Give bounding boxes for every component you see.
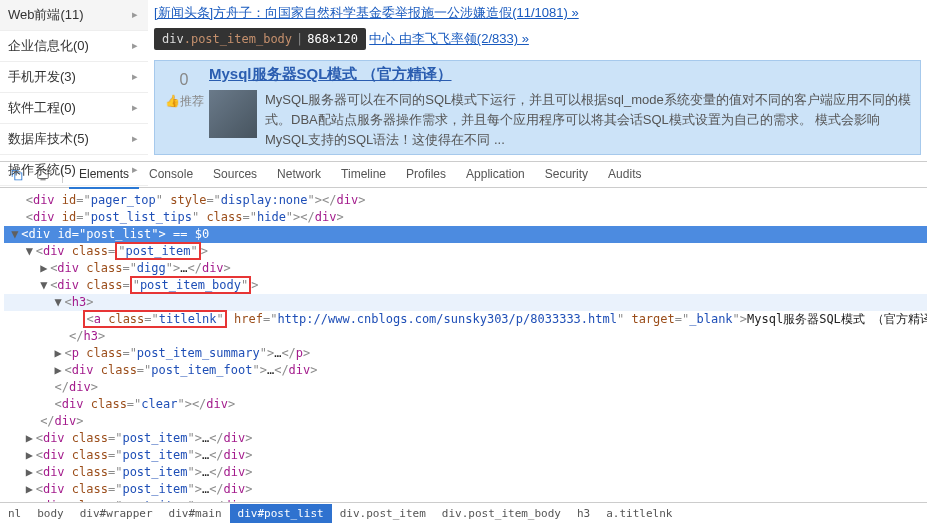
avatar[interactable] <box>209 90 257 138</box>
sidebar-item[interactable]: Web前端(11)▸ <box>0 0 148 31</box>
selected-marker: == $0 <box>166 227 209 241</box>
dom-line[interactable]: ▶<div class="post_item">…</div> <box>4 481 927 498</box>
highlight-box: "post_item_body" <box>130 276 252 294</box>
breadcrumb: nl body div#wrapper div#main div#post_li… <box>0 502 927 523</box>
tooltip-class: .post_item_body <box>184 32 292 46</box>
crumb[interactable]: nl <box>0 504 29 523</box>
news-link-1[interactable]: [新闻头条]方舟子：向国家自然科学基金委举报施一公涉嫌造假(11/1081) » <box>154 5 579 20</box>
dom-line[interactable]: </div> <box>4 379 927 396</box>
dom-line[interactable]: ▶<div class="post_item">…</div> <box>4 464 927 481</box>
tab-sources[interactable]: Sources <box>203 161 267 189</box>
post-summary: MySQL服务器可以在不同的SQL模式下运行，并且可以根据sql_mode系统变… <box>265 90 916 150</box>
devtools: Elements Console Sources Network Timelin… <box>0 162 927 523</box>
highlight-box: <a class="titlelnk" <box>83 310 226 328</box>
elements-panel[interactable]: <div id="pager_top" style="display:none"… <box>0 188 927 502</box>
digg-label: 推荐 <box>180 94 204 108</box>
dom-line[interactable]: ▶<div class="post_item">…</div> <box>4 498 927 502</box>
page-content: [新闻头条]方舟子：向国家自然科学基金委举报施一公涉嫌造假(11/1081) »… <box>148 0 927 161</box>
tooltip-dim: 868×120 <box>307 32 358 46</box>
crumb[interactable]: div.post_item <box>332 504 434 523</box>
chevron-right-icon: ▸ <box>132 70 138 83</box>
link-text: Mysql服务器SQL模式 （官方精译） <box>747 312 927 326</box>
sidebar-item-label: 企业信息化(0) <box>8 38 89 53</box>
dom-line[interactable]: ▶<div class="post_item">…</div> <box>4 447 927 464</box>
crumb[interactable]: h3 <box>569 504 598 523</box>
dom-line[interactable]: <div class="clear"></div> <box>4 396 927 413</box>
tab-console[interactable]: Console <box>139 161 203 189</box>
chevron-right-icon: ▸ <box>132 132 138 145</box>
dom-line[interactable]: ▶<div class="digg">…</div> <box>4 260 927 277</box>
dom-line[interactable]: ▶<p class="post_item_summary">…</p> <box>4 345 927 362</box>
tab-audits[interactable]: Audits <box>598 161 651 189</box>
sidebar-item[interactable]: 操作系统(5)▸ <box>0 155 148 186</box>
sidebar-item[interactable]: 软件工程(0)▸ <box>0 93 148 124</box>
crumb[interactable]: a.titlelnk <box>598 504 680 523</box>
chevron-right-icon: ▸ <box>132 8 138 21</box>
sidebar-item-label: Web前端(11) <box>8 7 84 22</box>
chevron-right-icon: ▸ <box>132 163 138 176</box>
dom-line[interactable]: ▼<h3> <box>4 294 927 311</box>
sidebar-item[interactable]: 数据库技术(5)▸ <box>0 124 148 155</box>
chevron-right-icon: ▸ <box>132 101 138 114</box>
sidebar-item-label: 手机开发(3) <box>8 69 76 84</box>
sidebar-item[interactable]: 手机开发(3)▸ <box>0 62 148 93</box>
devtools-tabs: Elements Console Sources Network Timelin… <box>69 161 651 189</box>
tooltip-sep: | <box>292 32 307 46</box>
sidebar-item-label: 软件工程(0) <box>8 100 76 115</box>
tab-timeline[interactable]: Timeline <box>331 161 396 189</box>
post-item: 0 👍推荐 Mysql服务器SQL模式 （官方精译） MySQL服务器可以在不同… <box>154 60 921 155</box>
dom-line[interactable]: </div> <box>4 413 927 430</box>
sidebar-item[interactable]: 企业信息化(0)▸ <box>0 31 148 62</box>
tab-network[interactable]: Network <box>267 161 331 189</box>
dom-line[interactable]: </h3> <box>4 328 927 345</box>
news-link-2[interactable]: 中心 由李飞飞率领(2/833) » <box>369 31 529 46</box>
post-body: Mysql服务器SQL模式 （官方精译） MySQL服务器可以在不同的SQL模式… <box>209 65 916 150</box>
crumb[interactable]: div.post_item_body <box>434 504 569 523</box>
digg-count: 0 <box>159 71 209 89</box>
sidebar-item-label: 操作系统(5) <box>8 162 76 177</box>
dom-line[interactable]: ▼<div class="post_item_body"> <box>4 277 927 294</box>
inspect-tooltip: div.post_item_body|868×120 <box>154 28 366 50</box>
crumb-active[interactable]: div#post_list <box>230 504 332 523</box>
thumb-icon: 👍 <box>165 94 180 108</box>
digg-box[interactable]: 0 👍推荐 <box>159 65 209 150</box>
sidebar: Web前端(11)▸ 企业信息化(0)▸ 手机开发(3)▸ 软件工程(0)▸ 数… <box>0 0 148 161</box>
dom-line[interactable]: ▶<div class="post_item">…</div> <box>4 430 927 447</box>
dom-line-selected[interactable]: ▼<div id="post_list"> == $0 <box>4 226 927 243</box>
chevron-right-icon: ▸ <box>132 39 138 52</box>
dom-line[interactable]: ▶<div class="post_item_foot">…</div> <box>4 362 927 379</box>
dom-line[interactable]: ▼<div class="post_item"> <box>4 243 927 260</box>
target-value: _blank <box>689 312 732 326</box>
dom-line[interactable]: <div id="pager_top" style="display:none"… <box>4 192 927 209</box>
tooltip-tag: div <box>162 32 184 46</box>
tab-security[interactable]: Security <box>535 161 598 189</box>
crumb[interactable]: div#wrapper <box>72 504 161 523</box>
crumb[interactable]: div#main <box>161 504 230 523</box>
crumb[interactable]: body <box>29 504 72 523</box>
tab-application[interactable]: Application <box>456 161 535 189</box>
highlight-box: "post_item" <box>115 242 201 260</box>
post-title-link[interactable]: Mysql服务器SQL模式 （官方精译） <box>209 65 452 82</box>
href-value: http://www.cnblogs.com/sunsky303/p/80333… <box>277 312 617 326</box>
sidebar-item-label: 数据库技术(5) <box>8 131 89 146</box>
dom-line[interactable]: <a class="titlelnk" href="http://www.cnb… <box>4 311 927 328</box>
dom-line[interactable]: <div id="post_list_tips" class="hide"></… <box>4 209 927 226</box>
tab-profiles[interactable]: Profiles <box>396 161 456 189</box>
